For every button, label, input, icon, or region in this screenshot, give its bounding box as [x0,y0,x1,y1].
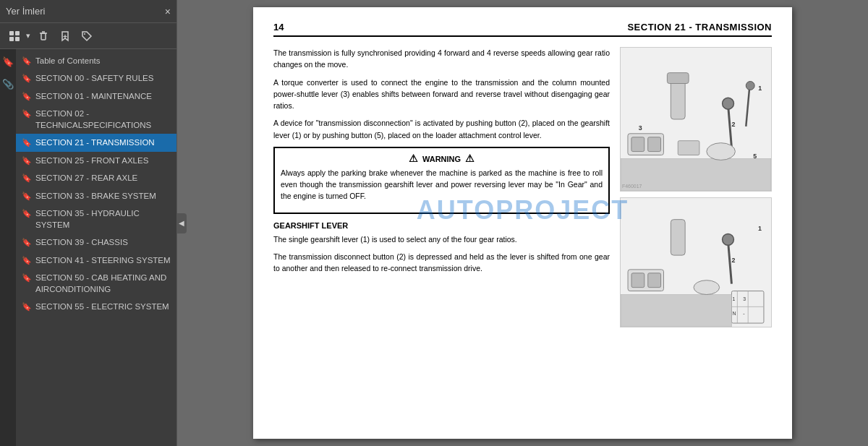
svg-text:1: 1 [758,85,762,92]
dropdown-arrow[interactable]: ▾ [26,31,30,40]
bookmark-icon: 🔖 [22,73,32,84]
svg-point-25 [707,143,736,160]
sidebar-content: 🔖 📎 🔖 Table of Contents 🔖 SECTION 00 - S… [0,49,176,446]
svg-rect-34 [731,291,764,324]
svg-rect-0 [9,31,14,35]
bookmark-item-s41[interactable]: 🔖 SECTION 41 - STEERING SYSTEM [16,252,176,269]
svg-text:-: - [743,311,744,316]
bookmark-label: Table of Contents [35,55,172,67]
sidebar-toolbar: ▾ [0,23,176,49]
attachment-icon[interactable]: 📎 [2,79,14,90]
svg-text:1: 1 [758,225,762,232]
page-number: 14 [273,22,284,33]
page-container: 14 SECTION 21 - TRANSMISSION AUTOPROJECT… [177,0,868,446]
main-content: 14 SECTION 21 - TRANSMISSION AUTOPROJECT… [177,0,868,446]
bookmark-item-s55[interactable]: 🔖 SECTION 55 - ELECTRIC SYSTEM [16,298,176,315]
grid-view-button[interactable] [6,29,23,43]
sidebar-close-button[interactable]: × [165,6,171,17]
bookmark-nav-icon[interactable]: 🔖 [2,56,14,67]
bookmark-item-s33[interactable]: 🔖 SECTION 33 - BRAKE SYSTEM [16,187,176,205]
bookmark-add-icon [59,30,71,42]
svg-rect-12 [631,137,644,152]
bookmark-item-s21[interactable]: 🔖 SECTION 21 - TRANSMISSION [16,134,176,151]
bookmark-icon: 🔖 [22,155,32,166]
bookmark-item-s25[interactable]: 🔖 SECTION 25 - FRONT AXLES [16,152,176,169]
paragraph-2: A torque converter is used to connect th… [273,77,610,112]
paragraph-1: The transmission is fully synchronised p… [273,47,610,71]
svg-rect-31 [648,273,661,288]
svg-text:3: 3 [743,296,746,301]
svg-rect-3 [15,37,20,41]
bookmark-item-s02[interactable]: 🔖 SECTION 02 - TECHNICALSPECIFICATIONS [16,105,176,134]
sidebar-header: Yer İmleri × [0,0,176,23]
svg-rect-30 [631,273,644,288]
bookmark-list: 🔖 Table of Contents 🔖 SECTION 00 - SAFET… [16,49,176,446]
svg-text:3: 3 [639,124,642,132]
svg-rect-21 [667,73,689,84]
bookmark-label: SECTION 50 - CAB HEATING AND AIRCONDITIO… [35,272,172,295]
bookmark-label: SECTION 41 - STEERING SYSTEM [35,254,172,266]
bookmark-icon: 🔖 [22,237,32,248]
svg-rect-4 [41,33,46,40]
diagram-column: 1 3 2 5 [620,47,772,327]
bookmark-icon: 🔖 [22,56,32,67]
gearshift-paragraph-2: The transmission disconnect button (2) i… [273,251,610,275]
upper-diagram-svg: 1 3 2 5 [621,48,771,191]
bookmark-label: SECTION 33 - BRAKE SYSTEM [35,190,172,202]
bookmark-label: SECTION 01 - MAINTENANCE [35,90,172,102]
bookmark-label: SECTION 27 - REAR AXLE [35,172,172,184]
svg-text:N: N [732,311,736,316]
gearshift-paragraph-1: The single gearshift lever (1) is used t… [273,233,610,245]
svg-point-33 [723,233,734,245]
bookmark-add-button[interactable] [56,29,74,43]
bookmark-label: SECTION 00 - SAFETY RULES [35,72,172,84]
warning-box: ⚠ WARNING ⚠ Always apply the parking bra… [273,147,610,214]
tag-button[interactable] [78,29,95,43]
bookmark-label: SECTION 39 - CHASSIS [35,236,172,248]
bookmark-label: SECTION 25 - FRONT AXLES [35,155,172,166]
upper-diagram: 1 3 2 5 [620,47,772,192]
bookmark-item-s50[interactable]: 🔖 SECTION 50 - CAB HEATING AND AIRCONDIT… [16,269,176,298]
svg-rect-1 [15,31,20,35]
paragraph-3: A device for "transmission disconnection… [273,117,610,141]
gearshift-heading: GEARSHIFT LEVER [273,221,610,230]
bookmark-icon: 🔖 [22,208,32,219]
svg-rect-24 [621,158,771,191]
lower-diagram-svg: 1 3 N - 1 2 [621,198,771,327]
sidebar-collapse-button[interactable]: ◀ [176,213,187,233]
warning-icon-left: ⚠ [409,153,418,164]
bookmark-item-s35[interactable]: 🔖 SECTION 35 - HYDRAULIC SYSTEM [16,205,176,233]
page-section-title: SECTION 21 - TRANSMISSION [627,22,772,33]
bookmark-label: SECTION 35 - HYDRAULIC SYSTEM [35,207,172,231]
warning-header: ⚠ WARNING ⚠ [281,153,603,164]
bookmark-label: SECTION 55 - ELECTRIC SYSTEM [35,301,172,312]
bookmark-icon: 🔖 [22,191,32,202]
sidebar-title: Yer İmleri [6,6,45,17]
svg-point-46 [694,280,720,295]
svg-rect-44 [671,220,685,255]
delete-button[interactable] [35,29,52,43]
page-body: The transmission is fully synchronised p… [273,47,772,327]
svg-rect-26 [678,141,699,155]
svg-text:2: 2 [732,121,736,128]
warning-icon-right: ⚠ [465,153,475,164]
bookmark-item-s39[interactable]: 🔖 SECTION 39 - CHASSIS [16,233,176,251]
bookmark-item-s01[interactable]: 🔖 SECTION 01 - MAINTENANCE [16,87,176,105]
bookmark-item-s00[interactable]: 🔖 SECTION 00 - SAFETY RULES [16,69,176,87]
lower-diagram: 1 3 N - 1 2 [620,197,772,327]
svg-point-15 [723,98,734,109]
bookmark-icon: 🔖 [22,108,32,119]
bookmark-icon: 🔖 [22,273,32,283]
svg-rect-13 [648,137,661,152]
page-text-column: The transmission is fully synchronised p… [273,47,610,327]
bookmark-item-toc[interactable]: 🔖 Table of Contents [16,52,176,69]
bookmark-icon: 🔖 [22,173,32,184]
bookmark-icon: 🔖 [22,137,32,148]
bookmark-icon: 🔖 [22,91,32,102]
bookmark-icon: 🔖 [22,255,32,266]
bookmark-item-s27[interactable]: 🔖 SECTION 27 - REAR AXLE [16,169,176,186]
document-page: 14 SECTION 21 - TRANSMISSION AUTOPROJECT… [253,7,792,439]
tag-icon [81,30,93,42]
svg-text:1: 1 [732,296,735,301]
svg-point-23 [746,82,754,90]
